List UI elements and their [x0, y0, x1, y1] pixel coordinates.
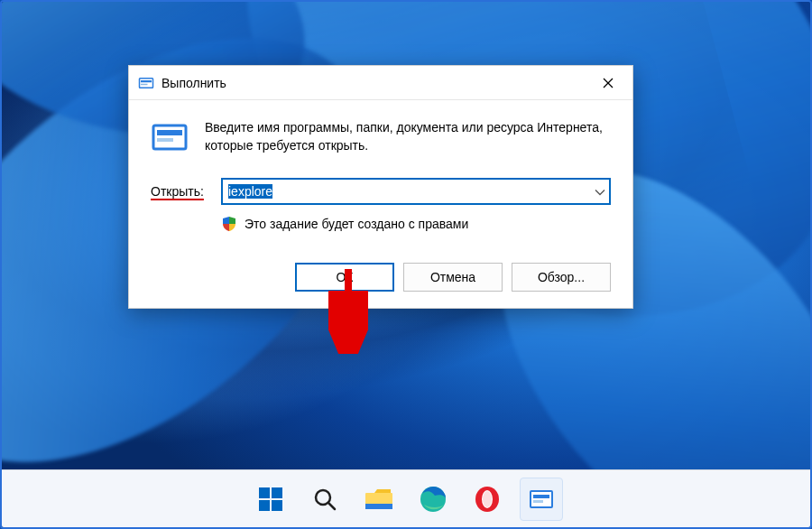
admin-note: Это задание будет создано с правами: [245, 217, 468, 231]
open-label: Открыть:: [151, 184, 212, 199]
svg-rect-7: [157, 138, 173, 142]
start-button[interactable]: [249, 478, 292, 521]
svg-rect-16: [365, 504, 392, 509]
run-icon: [529, 488, 554, 510]
taskbar-opera[interactable]: [466, 478, 509, 521]
run-dialog: Выполнить Введите имя программы, папки, …: [128, 65, 633, 309]
shield-icon: [221, 216, 237, 232]
close-icon: [603, 78, 614, 88]
dialog-title: Выполнить: [161, 76, 587, 90]
taskbar-run[interactable]: [520, 478, 563, 521]
button-bar: ОК Отмена Обзор...: [129, 246, 632, 308]
svg-rect-11: [259, 500, 270, 511]
cancel-button[interactable]: Отмена: [403, 263, 503, 292]
svg-rect-21: [531, 491, 552, 507]
svg-rect-5: [153, 125, 186, 149]
open-combobox[interactable]: [221, 178, 611, 205]
svg-rect-10: [272, 487, 282, 498]
dialog-message: Введите имя программы, папки, документа …: [205, 118, 611, 155]
browse-button[interactable]: Обзор...: [512, 263, 611, 292]
svg-point-20: [483, 491, 492, 507]
svg-rect-22: [533, 495, 549, 498]
taskbar-edge[interactable]: [411, 478, 455, 521]
run-large-icon: [151, 118, 189, 156]
windows-icon: [257, 486, 284, 513]
svg-rect-0: [140, 78, 153, 88]
svg-rect-1: [141, 80, 152, 82]
svg-line-14: [328, 503, 335, 509]
search-icon: [311, 486, 338, 513]
svg-rect-23: [533, 500, 543, 503]
opera-icon: [474, 486, 501, 513]
taskbar: [2, 469, 810, 527]
svg-rect-2: [141, 83, 148, 85]
svg-rect-12: [272, 500, 282, 511]
ok-button[interactable]: ОК: [295, 263, 394, 292]
folder-icon: [364, 486, 394, 513]
svg-rect-9: [259, 487, 270, 498]
titlebar: Выполнить: [129, 66, 632, 100]
open-input[interactable]: [221, 178, 611, 205]
run-icon: [138, 75, 154, 91]
taskbar-explorer[interactable]: [357, 478, 401, 521]
close-button[interactable]: [587, 66, 629, 100]
svg-rect-6: [157, 130, 182, 135]
edge-icon: [419, 485, 448, 514]
taskbar-search[interactable]: [303, 478, 346, 521]
